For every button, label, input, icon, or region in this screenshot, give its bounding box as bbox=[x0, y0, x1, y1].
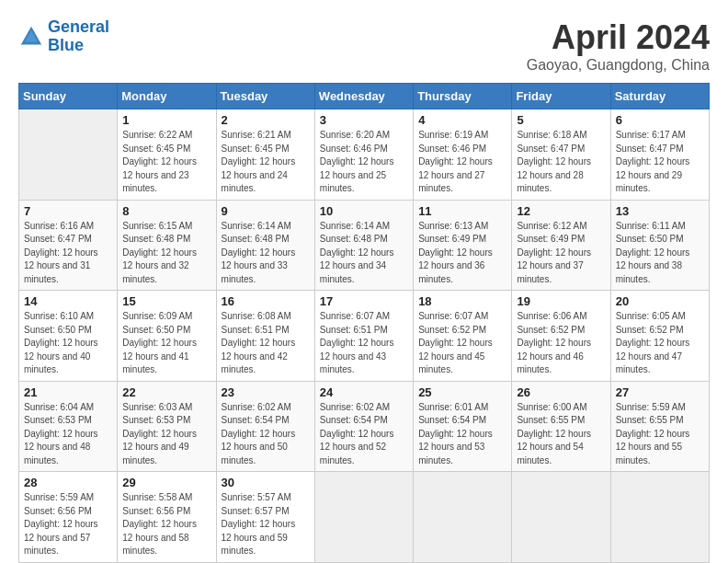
calendar-cell: 23 Sunrise: 6:02 AM Sunset: 6:54 PM Dayl… bbox=[216, 381, 314, 472]
day-info: Sunrise: 6:00 AM Sunset: 6:55 PM Dayligh… bbox=[517, 401, 605, 468]
logo: General Blue bbox=[18, 18, 109, 55]
calendar-cell: 17 Sunrise: 6:07 AM Sunset: 6:51 PM Dayl… bbox=[314, 291, 413, 382]
calendar-cell: 4 Sunrise: 6:19 AM Sunset: 6:46 PM Dayli… bbox=[414, 109, 512, 201]
calendar-cell: 26 Sunrise: 6:00 AM Sunset: 6:55 PM Dayl… bbox=[512, 381, 610, 472]
day-info: Sunrise: 6:05 AM Sunset: 6:52 PM Dayligh… bbox=[616, 310, 704, 377]
calendar-cell: 5 Sunrise: 6:18 AM Sunset: 6:47 PM Dayli… bbox=[512, 109, 610, 201]
day-number: 2 bbox=[222, 113, 310, 127]
day-info: Sunrise: 6:14 AM Sunset: 6:48 PM Dayligh… bbox=[222, 220, 310, 287]
calendar-cell: 16 Sunrise: 6:08 AM Sunset: 6:51 PM Dayl… bbox=[216, 291, 314, 382]
logo-general: General bbox=[48, 17, 109, 36]
day-info: Sunrise: 6:03 AM Sunset: 6:53 PM Dayligh… bbox=[122, 401, 210, 468]
location: Gaoyao, Guangdong, China bbox=[527, 57, 710, 74]
day-info: Sunrise: 6:02 AM Sunset: 6:54 PM Dayligh… bbox=[320, 401, 408, 468]
calendar-cell: 15 Sunrise: 6:09 AM Sunset: 6:50 PM Dayl… bbox=[118, 291, 216, 382]
day-info: Sunrise: 5:57 AM Sunset: 6:57 PM Dayligh… bbox=[222, 491, 310, 558]
day-info: Sunrise: 6:13 AM Sunset: 6:49 PM Dayligh… bbox=[418, 220, 506, 287]
weekday-header: Saturday bbox=[610, 84, 709, 109]
day-info: Sunrise: 6:07 AM Sunset: 6:52 PM Dayligh… bbox=[418, 310, 506, 377]
calendar-cell bbox=[314, 472, 413, 563]
day-info: Sunrise: 6:21 AM Sunset: 6:45 PM Dayligh… bbox=[222, 129, 310, 196]
day-number: 7 bbox=[24, 204, 112, 218]
day-number: 24 bbox=[320, 385, 408, 399]
calendar-week: 21 Sunrise: 6:04 AM Sunset: 6:53 PM Dayl… bbox=[19, 381, 710, 472]
calendar-cell: 8 Sunrise: 6:15 AM Sunset: 6:48 PM Dayli… bbox=[118, 200, 216, 291]
day-number: 4 bbox=[418, 113, 506, 127]
weekday-header: Thursday bbox=[414, 84, 512, 109]
calendar-cell: 2 Sunrise: 6:21 AM Sunset: 6:45 PM Dayli… bbox=[216, 109, 314, 201]
calendar-cell: 19 Sunrise: 6:06 AM Sunset: 6:52 PM Dayl… bbox=[512, 291, 610, 382]
day-number: 22 bbox=[122, 385, 210, 399]
weekday-header: Tuesday bbox=[216, 84, 314, 109]
day-info: Sunrise: 6:22 AM Sunset: 6:45 PM Dayligh… bbox=[122, 129, 210, 196]
day-info: Sunrise: 6:04 AM Sunset: 6:53 PM Dayligh… bbox=[24, 401, 112, 468]
day-number: 8 bbox=[122, 204, 210, 218]
day-info: Sunrise: 6:17 AM Sunset: 6:47 PM Dayligh… bbox=[616, 129, 704, 196]
calendar-cell: 10 Sunrise: 6:14 AM Sunset: 6:48 PM Dayl… bbox=[314, 200, 413, 291]
calendar-cell: 18 Sunrise: 6:07 AM Sunset: 6:52 PM Dayl… bbox=[414, 291, 512, 382]
calendar-cell: 27 Sunrise: 5:59 AM Sunset: 6:55 PM Dayl… bbox=[610, 381, 709, 472]
weekday-header: Sunday bbox=[19, 84, 118, 109]
calendar-cell: 29 Sunrise: 5:58 AM Sunset: 6:56 PM Dayl… bbox=[118, 472, 216, 563]
day-info: Sunrise: 6:11 AM Sunset: 6:50 PM Dayligh… bbox=[616, 220, 704, 287]
weekday-header: Wednesday bbox=[314, 84, 413, 109]
day-number: 28 bbox=[24, 476, 112, 489]
day-info: Sunrise: 6:16 AM Sunset: 6:47 PM Dayligh… bbox=[24, 220, 112, 287]
day-info: Sunrise: 6:07 AM Sunset: 6:51 PM Dayligh… bbox=[320, 310, 408, 377]
calendar-cell: 6 Sunrise: 6:17 AM Sunset: 6:47 PM Dayli… bbox=[610, 109, 709, 201]
day-number: 23 bbox=[222, 385, 310, 399]
day-info: Sunrise: 6:09 AM Sunset: 6:50 PM Dayligh… bbox=[122, 310, 210, 377]
month-title: April 2024 bbox=[527, 18, 710, 57]
day-number: 17 bbox=[320, 294, 408, 308]
day-number: 6 bbox=[616, 113, 704, 127]
day-number: 20 bbox=[616, 294, 704, 308]
day-number: 12 bbox=[517, 204, 605, 218]
day-number: 30 bbox=[222, 476, 310, 489]
day-number: 18 bbox=[418, 294, 506, 308]
calendar-cell: 7 Sunrise: 6:16 AM Sunset: 6:47 PM Dayli… bbox=[19, 200, 118, 291]
day-info: Sunrise: 6:19 AM Sunset: 6:46 PM Dayligh… bbox=[418, 129, 506, 196]
calendar-cell: 9 Sunrise: 6:14 AM Sunset: 6:48 PM Dayli… bbox=[216, 200, 314, 291]
day-number: 21 bbox=[24, 385, 112, 399]
day-info: Sunrise: 6:18 AM Sunset: 6:47 PM Dayligh… bbox=[517, 129, 605, 196]
calendar-cell: 25 Sunrise: 6:01 AM Sunset: 6:54 PM Dayl… bbox=[414, 381, 512, 472]
weekday-header: Friday bbox=[512, 84, 610, 109]
day-number: 27 bbox=[616, 385, 704, 399]
day-info: Sunrise: 6:20 AM Sunset: 6:46 PM Dayligh… bbox=[320, 129, 408, 196]
calendar-table: SundayMondayTuesdayWednesdayThursdayFrid… bbox=[18, 83, 710, 563]
calendar-cell: 28 Sunrise: 5:59 AM Sunset: 6:56 PM Dayl… bbox=[19, 472, 118, 563]
day-info: Sunrise: 6:15 AM Sunset: 6:48 PM Dayligh… bbox=[122, 220, 210, 287]
calendar-cell bbox=[610, 472, 709, 563]
day-info: Sunrise: 6:14 AM Sunset: 6:48 PM Dayligh… bbox=[320, 220, 408, 287]
day-number: 15 bbox=[122, 294, 210, 308]
weekday-header: Monday bbox=[118, 84, 216, 109]
calendar-cell: 12 Sunrise: 6:12 AM Sunset: 6:49 PM Dayl… bbox=[512, 200, 610, 291]
day-number: 13 bbox=[616, 204, 704, 218]
day-number: 16 bbox=[222, 294, 310, 308]
calendar-cell bbox=[512, 472, 610, 563]
day-info: Sunrise: 6:01 AM Sunset: 6:54 PM Dayligh… bbox=[418, 401, 506, 468]
day-info: Sunrise: 6:08 AM Sunset: 6:51 PM Dayligh… bbox=[222, 310, 310, 377]
day-info: Sunrise: 6:02 AM Sunset: 6:54 PM Dayligh… bbox=[222, 401, 310, 468]
calendar-week: 14 Sunrise: 6:10 AM Sunset: 6:50 PM Dayl… bbox=[19, 291, 710, 382]
title-block: April 2024 Gaoyao, Guangdong, China bbox=[527, 18, 710, 74]
day-number: 1 bbox=[122, 113, 210, 127]
calendar-cell bbox=[19, 109, 118, 201]
logo-icon bbox=[18, 24, 44, 50]
day-number: 11 bbox=[418, 204, 506, 218]
calendar-cell: 11 Sunrise: 6:13 AM Sunset: 6:49 PM Dayl… bbox=[414, 200, 512, 291]
calendar-cell bbox=[414, 472, 512, 563]
day-info: Sunrise: 6:10 AM Sunset: 6:50 PM Dayligh… bbox=[24, 310, 112, 377]
calendar-cell: 20 Sunrise: 6:05 AM Sunset: 6:52 PM Dayl… bbox=[610, 291, 709, 382]
page-header: General Blue April 2024 Gaoyao, Guangdon… bbox=[18, 18, 710, 74]
day-info: Sunrise: 6:06 AM Sunset: 6:52 PM Dayligh… bbox=[517, 310, 605, 377]
day-number: 3 bbox=[320, 113, 408, 127]
day-number: 25 bbox=[418, 385, 506, 399]
day-number: 29 bbox=[122, 476, 210, 489]
day-number: 9 bbox=[222, 204, 310, 218]
calendar-cell: 1 Sunrise: 6:22 AM Sunset: 6:45 PM Dayli… bbox=[118, 109, 216, 201]
calendar-cell: 3 Sunrise: 6:20 AM Sunset: 6:46 PM Dayli… bbox=[314, 109, 413, 201]
logo-text: General Blue bbox=[48, 18, 109, 55]
day-info: Sunrise: 6:12 AM Sunset: 6:49 PM Dayligh… bbox=[517, 220, 605, 287]
day-number: 26 bbox=[517, 385, 605, 399]
